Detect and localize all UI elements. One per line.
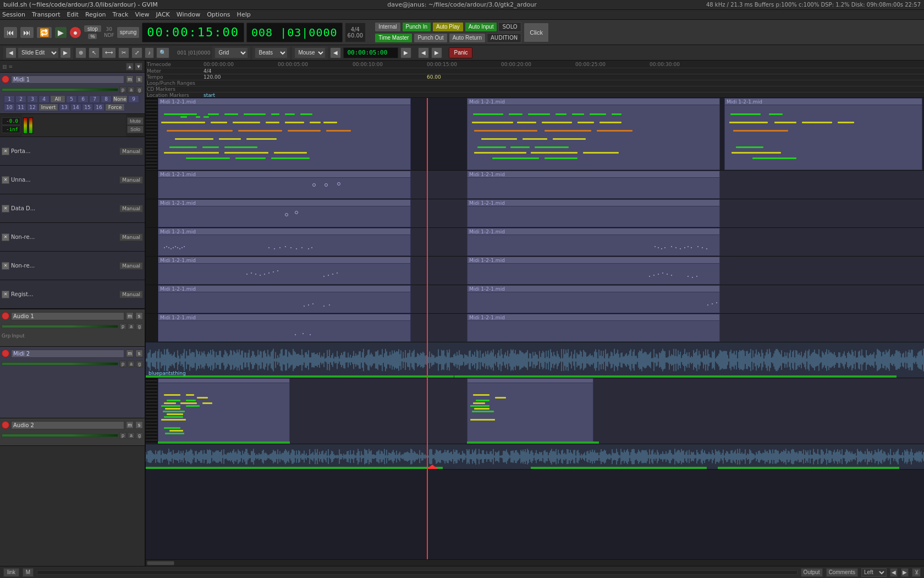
click-button[interactable]: Click: [524, 23, 549, 42]
midi2-record-btn[interactable]: [2, 350, 9, 357]
audio2-record-btn[interactable]: [2, 421, 9, 429]
ch-all[interactable]: All: [50, 95, 65, 103]
subtrack-nonre1-icon[interactable]: ✕: [2, 233, 9, 241]
audio1-pan-p[interactable]: p: [119, 323, 127, 330]
midi1-clip-1[interactable]: Midi 1-2-1.mid: [158, 98, 411, 170]
menu-help[interactable]: Help: [237, 11, 251, 18]
ch-2[interactable]: 2: [15, 95, 26, 103]
menu-options[interactable]: Options: [207, 11, 230, 18]
subtrack-unna-icon[interactable]: ✕: [2, 176, 9, 184]
datad-clip-2[interactable]: Midi 1-2-1.mid: [467, 228, 720, 256]
midi1-mute[interactable]: m: [126, 75, 134, 83]
h-scrollbar[interactable]: [146, 559, 924, 566]
punch-out-button[interactable]: Punch Out: [414, 33, 447, 43]
porta-clip-1[interactable]: Midi 1-2-1.mid: [158, 171, 411, 199]
menu-track[interactable]: Track: [113, 11, 129, 18]
audio1-pan-g[interactable]: g: [136, 323, 143, 330]
midi1-fader[interactable]: [2, 88, 118, 91]
unna-clip-2[interactable]: Midi 1-2-1.mid: [467, 199, 720, 227]
audio2-fader[interactable]: [2, 434, 118, 437]
panic-button[interactable]: Panic: [449, 47, 472, 58]
midi1-pan-a[interactable]: a: [128, 86, 135, 93]
ch-6[interactable]: 6: [78, 95, 89, 103]
midi2-solo[interactable]: s: [135, 350, 143, 357]
subtrack-datad-icon[interactable]: ✕: [2, 205, 9, 212]
nonre2-clip-2[interactable]: Midi 1-2-1.mid: [467, 285, 720, 313]
audio1-fader[interactable]: [2, 325, 118, 328]
midi1-clips-area[interactable]: Midi 1-2-1.mid: [158, 98, 924, 170]
menu-window[interactable]: Window: [177, 11, 200, 18]
nonre2-clip-1[interactable]: Midi 1-2-1.mid: [158, 285, 411, 313]
stop-pct-button[interactable]: %: [87, 33, 97, 40]
pan-left-btn[interactable]: ◀: [890, 568, 898, 577]
audio2-waveform[interactable]: [146, 444, 924, 469]
ch-16[interactable]: 16: [94, 103, 105, 111]
edit-mode-select[interactable]: Slide Edit Ripple Edit Lock Edit: [18, 47, 59, 58]
subtrack-nonre2-icon[interactable]: ✕: [2, 262, 9, 270]
ch-12[interactable]: 12: [27, 103, 38, 111]
ch-none[interactable]: None: [112, 95, 128, 103]
ch-14[interactable]: 14: [70, 103, 81, 111]
grid-select[interactable]: Grid No Grid: [215, 47, 248, 58]
midi2-clips[interactable]: [158, 378, 924, 444]
midi1-solo[interactable]: s: [135, 75, 143, 83]
menu-transport[interactable]: Transport: [32, 11, 61, 18]
expand-down-btn[interactable]: ⊻: [912, 568, 921, 577]
ch-5[interactable]: 5: [66, 95, 77, 103]
tool-listen[interactable]: ♪: [145, 47, 154, 58]
tracks-scroll[interactable]: Midi 1-2-1.mid: [146, 98, 924, 559]
midi2-fader[interactable]: [2, 362, 118, 366]
audio2-pan-g[interactable]: g: [136, 432, 143, 439]
nonre1-clips[interactable]: Midi 1-2-1.mid: [158, 257, 924, 285]
prev-pos[interactable]: ◀: [330, 47, 341, 58]
regist-clip-1[interactable]: Midi 1-2-1.mid: [158, 314, 411, 342]
subtrack-porta-mode[interactable]: Manual: [119, 148, 143, 155]
tool-range[interactable]: ⟷: [102, 47, 116, 58]
regist-clip-2[interactable]: Midi 1-2-1.mid: [467, 314, 720, 342]
ch-7[interactable]: 7: [89, 95, 100, 103]
midi1-clip-2[interactable]: Midi 1-2-1.mid: [467, 98, 720, 170]
audio1-solo[interactable]: s: [135, 312, 143, 320]
regist-clips[interactable]: Midi 1-2-1.mid Midi 1-2-1.mid: [158, 314, 924, 342]
midi2-mute[interactable]: m: [126, 350, 134, 357]
ch-13[interactable]: 13: [59, 103, 70, 111]
menu-view[interactable]: View: [135, 11, 149, 18]
mode-selector[interactable]: sprung: [117, 26, 140, 39]
menu-jack[interactable]: JACK: [156, 11, 170, 18]
ch-11[interactable]: 11: [15, 103, 26, 111]
unna-clip-1[interactable]: Midi 1-2-1.mid: [158, 199, 411, 227]
tool-cut[interactable]: ✂: [118, 47, 129, 58]
menu-edit[interactable]: Edit: [67, 11, 79, 18]
next-pos[interactable]: ▶: [400, 47, 411, 58]
midi2-clip-1[interactable]: [158, 378, 290, 444]
nonre2-clips[interactable]: Midi 1-2-1.mid Midi 1-2-1.mid: [158, 285, 924, 313]
datad-clip-1[interactable]: Midi 1-2-1.mid: [158, 228, 411, 256]
porta-clips[interactable]: Midi 1-2-1.mid Midi 1-2-1.mid: [158, 171, 924, 199]
stop-button[interactable]: stop: [84, 25, 102, 32]
output-button[interactable]: Output: [801, 568, 823, 577]
midi1-pan-g[interactable]: g: [136, 86, 143, 93]
audio1-record-btn[interactable]: [2, 312, 9, 320]
ch-10[interactable]: 10: [4, 103, 15, 111]
solo-fader-btn[interactable]: Solo: [127, 126, 144, 133]
unna-clips[interactable]: Midi 1-2-1.mid Midi 1-2-1.mid: [158, 199, 924, 227]
loop-button[interactable]: 🔁: [36, 26, 52, 39]
ch-invert[interactable]: Invert: [38, 103, 58, 111]
snap-select[interactable]: Beats Bars Frames: [255, 47, 288, 58]
subtrack-regist-mode[interactable]: Manual: [119, 291, 143, 298]
audio1-pan-a[interactable]: a: [128, 323, 135, 330]
internal-button[interactable]: Internal: [375, 22, 400, 32]
mouse-select[interactable]: Mouse: [294, 47, 326, 58]
ch-9[interactable]: 9: [128, 95, 139, 103]
punch-in-button[interactable]: Punch In: [402, 22, 431, 32]
subtrack-datad-mode[interactable]: Manual: [119, 205, 143, 212]
midi2-pan-a[interactable]: a: [128, 361, 135, 367]
midi1-record-btn[interactable]: [2, 75, 9, 83]
record-button[interactable]: ●: [69, 26, 81, 39]
tool-grab[interactable]: ↖: [89, 47, 100, 58]
scrollbar-thumb[interactable]: [147, 561, 174, 565]
tool-zoom[interactable]: 🔍: [156, 47, 169, 58]
tool-smart[interactable]: ⊕: [75, 47, 86, 58]
porta-clip-2[interactable]: Midi 1-2-1.mid: [467, 171, 720, 199]
audio2-mute[interactable]: m: [126, 421, 134, 429]
